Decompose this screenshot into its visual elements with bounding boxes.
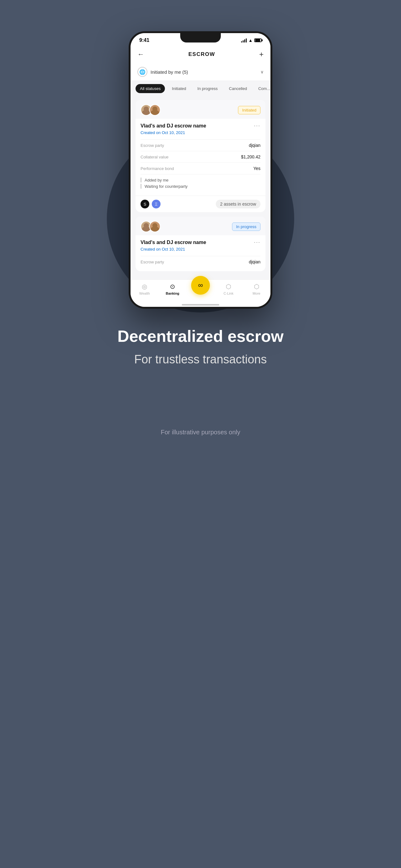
card-1-collateral-row: Collateral value $1,200.42 — [140, 151, 261, 162]
nav-clink[interactable]: ⬡ C-Link — [219, 283, 238, 295]
phone-device: 9:41 ▲ ← ESCROW + 🌐 Init — [129, 31, 272, 309]
assets-count: 2 assets in escrow — [216, 200, 261, 208]
escrow-party-label: Escrow party — [140, 143, 164, 148]
page-title: ESCROW — [188, 51, 215, 58]
globe-icon: 🌐 — [137, 67, 147, 77]
card-2-body: Vlad's and DJ escrow name ··· Created on… — [136, 235, 265, 271]
card-2-avatars — [140, 221, 161, 232]
signal-icon — [241, 38, 247, 42]
card-1-menu[interactable]: ··· — [254, 122, 261, 129]
escrow-party-value-2: djqian — [249, 259, 261, 264]
card-1-footer: S Ξ 2 assets in escrow — [136, 195, 265, 212]
card-1-performance-row: Performance bond Yes — [140, 162, 261, 174]
banking-icon: ⊙ — [170, 283, 175, 290]
avatar-dj-2 — [149, 221, 161, 232]
card-2-date: Created on Oct 10, 2021 — [140, 247, 261, 251]
collateral-label: Collateral value — [140, 155, 169, 159]
tab-in-progress[interactable]: In progress — [193, 84, 222, 93]
battery-icon — [254, 38, 262, 42]
escrow-party-value: djqian — [249, 143, 261, 148]
collateral-value: $1,200.42 — [241, 154, 261, 159]
more-label: More — [253, 291, 261, 295]
bond-note-2: Waiting for counterparty — [140, 184, 261, 189]
cards-container: Initiated Vlad's and DJ escrow name ··· … — [131, 96, 270, 279]
home-bar — [182, 304, 219, 306]
performance-value: Yes — [253, 166, 261, 171]
card-1-avatars — [140, 104, 161, 116]
tab-cancelled[interactable]: Cancelled — [225, 84, 252, 93]
banking-label: Banking — [166, 291, 179, 295]
card-1-notes: Added by me Waiting for counterparty — [140, 174, 261, 192]
bond-note-1: Added by me — [140, 178, 261, 183]
note-bar-1 — [140, 178, 141, 183]
bottom-navigation: ◎ Wealth ⊙ Banking ∞ ⬡ C-Link ⬡ More — [131, 279, 270, 302]
marketing-headline: Decentralized escrow — [25, 328, 376, 345]
filter-tabs: All statuses Initiated In progress Cance… — [131, 81, 270, 96]
phone-notch — [180, 33, 221, 42]
tab-initiated[interactable]: Initiated — [167, 84, 191, 93]
card-2-title: Vlad's and DJ escrow name — [140, 240, 206, 245]
add-button[interactable]: + — [259, 50, 264, 59]
card-1-date: Created on Oct 10, 2021 — [140, 130, 261, 135]
app-header: ← ESCROW + — [131, 45, 270, 63]
disclaimer-text: For illustrative purposes only — [25, 429, 376, 436]
eth-icon: Ξ — [152, 200, 161, 208]
chevron-down-icon: ∨ — [261, 69, 264, 74]
status-badge-inprogress: In progress — [232, 222, 261, 231]
escrow-card-1[interactable]: Initiated Vlad's and DJ escrow name ··· … — [136, 100, 265, 212]
escrow-card-2[interactable]: In progress Vlad's and DJ escrow name ··… — [136, 217, 265, 271]
status-icons: ▲ — [241, 38, 262, 43]
back-button[interactable]: ← — [137, 50, 144, 58]
filter-dropdown[interactable]: 🌐 Initiated by me (5) ∨ — [131, 63, 270, 81]
more-icon: ⬡ — [254, 283, 259, 290]
phone-screen: 9:41 ▲ ← ESCROW + 🌐 Init — [129, 31, 272, 309]
escrow-party-label-2: Escrow party — [140, 260, 164, 264]
status-badge-initiated: Initiated — [238, 106, 261, 114]
status-time: 9:41 — [139, 37, 149, 43]
tab-completed[interactable]: Com... — [254, 84, 270, 93]
marketing-content: Decentralized escrow For trustless trans… — [0, 309, 401, 436]
performance-label: Performance bond — [140, 166, 174, 171]
marketing-subheadline: For trustless transactions — [25, 353, 376, 366]
clink-icon: ⬡ — [226, 283, 231, 290]
tab-all-statuses[interactable]: All statuses — [136, 84, 165, 93]
wifi-icon: ▲ — [248, 38, 253, 43]
card-1-body: Vlad's and DJ escrow name ··· Created on… — [136, 119, 265, 195]
card-1-header: Initiated — [136, 100, 265, 119]
asset-icons: S Ξ — [140, 200, 161, 208]
card-1-title: Vlad's and DJ escrow name — [140, 123, 206, 129]
card-2-header: In progress — [136, 217, 265, 235]
home-indicator — [131, 302, 270, 307]
avatar-dj — [149, 104, 161, 116]
clink-label: C-Link — [224, 291, 234, 295]
card-2-escrow-party-row: Escrow party djqian — [140, 256, 261, 268]
nav-more[interactable]: ⬡ More — [247, 283, 266, 295]
nav-wealth[interactable]: ◎ Wealth — [135, 283, 154, 295]
nav-fab-button[interactable]: ∞ — [191, 276, 210, 294]
stacks-icon: S — [140, 200, 149, 208]
wealth-icon: ◎ — [142, 283, 147, 290]
fab-icon: ∞ — [198, 281, 203, 289]
note-bar-2 — [140, 184, 141, 189]
card-2-menu[interactable]: ··· — [254, 239, 261, 246]
dropdown-text: Initiated by me (5) — [151, 69, 261, 75]
card-1-escrow-party-row: Escrow party djqian — [140, 140, 261, 151]
wealth-label: Wealth — [139, 291, 150, 295]
nav-banking[interactable]: ⊙ Banking — [163, 283, 182, 295]
